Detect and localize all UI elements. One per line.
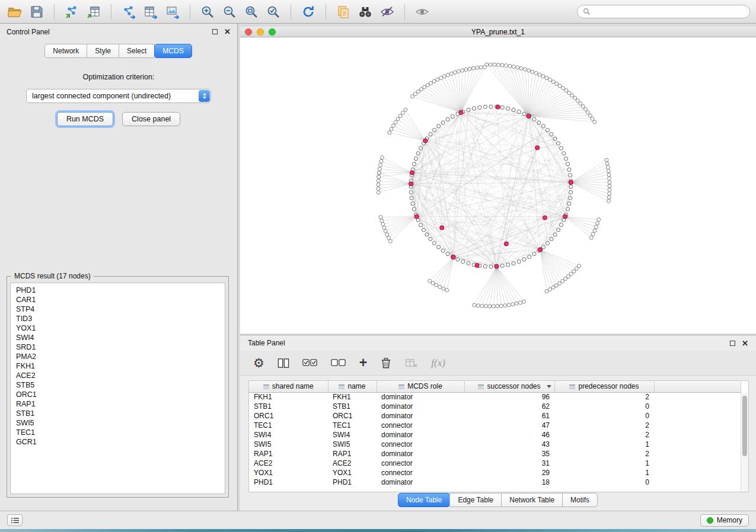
mcds-result-list[interactable]: PHD1CAR1STP4TID3YOX1SWI4SRD1PMA2FKH1ACE2… (10, 283, 225, 494)
table-cell[interactable]: 35 (464, 449, 554, 459)
table-cell[interactable]: connector (377, 468, 464, 477)
mcds-result-item[interactable]: SRD1 (11, 342, 225, 352)
mcds-result-item[interactable]: ORC1 (11, 390, 225, 399)
deselect-all-icon[interactable] (331, 358, 346, 367)
close-panel-icon[interactable]: ✕ (742, 339, 748, 347)
table-cell[interactable]: YOX1 (328, 468, 377, 477)
tab-style[interactable]: Style (87, 44, 119, 58)
network-window-titlebar[interactable]: YPA_prune.txt_1 (240, 27, 756, 37)
export-image-button[interactable] (164, 3, 181, 21)
float-panel-icon[interactable] (730, 341, 735, 346)
select-all-icon[interactable] (302, 358, 318, 367)
gear-icon[interactable]: ⚙ (253, 357, 264, 369)
table-cell[interactable]: 0 (554, 411, 654, 421)
table-cell[interactable]: FKH1 (328, 392, 377, 402)
export-table-button[interactable] (142, 3, 160, 21)
table-cell[interactable]: 2 (554, 421, 654, 430)
mcds-result-item[interactable]: RAP1 (11, 399, 225, 409)
import-table-button[interactable] (85, 3, 103, 21)
table-cell[interactable]: 46 (464, 430, 554, 440)
table-cell[interactable]: 18 (464, 477, 554, 487)
tab-mcds[interactable]: MCDS (154, 44, 192, 58)
mcds-result-item[interactable]: GCR1 (11, 437, 225, 447)
mcds-result-item[interactable]: SWI4 (11, 333, 225, 342)
table-cell[interactable]: 2 (554, 449, 654, 459)
table-row[interactable]: RAP1RAP1dominator352 (249, 449, 741, 459)
table-row[interactable]: ORC1ORC1dominator610 (249, 411, 741, 421)
network-canvas[interactable] (240, 37, 756, 334)
add-column-icon[interactable]: + (359, 356, 367, 370)
table-cell[interactable]: 43 (464, 440, 554, 449)
column-split-icon[interactable] (277, 358, 289, 368)
table-cell[interactable]: connector (377, 440, 464, 449)
table-cell[interactable]: connector (377, 421, 464, 430)
table-cell[interactable]: TEC1 (328, 421, 377, 430)
table-cell[interactable]: SWI4 (249, 430, 328, 440)
table-cell[interactable]: dominator (377, 402, 464, 411)
table-cell[interactable]: STB1 (328, 402, 377, 411)
select-neighbors-button[interactable] (378, 3, 396, 21)
mcds-result-item[interactable]: TID3 (11, 314, 225, 323)
column-header-successor-nodes[interactable]: successor nodes (464, 381, 554, 392)
import-network-button[interactable] (63, 3, 81, 21)
table-cell[interactable]: 0 (554, 477, 654, 487)
open-session-button[interactable] (6, 3, 24, 21)
table-cell[interactable]: 96 (464, 392, 554, 402)
table-cell[interactable]: 31 (464, 459, 554, 468)
tab-edge-table[interactable]: Edge Table (449, 493, 502, 507)
table-cell[interactable]: SWI5 (328, 440, 377, 449)
criterion-dropdown[interactable]: largest connected component (undirected) (26, 89, 211, 103)
search-input[interactable] (594, 8, 744, 16)
mcds-result-item[interactable]: YOX1 (11, 323, 225, 333)
table-row[interactable]: PHD1PHD1dominator180 (249, 477, 741, 487)
tab-network-table[interactable]: Network Table (501, 493, 563, 507)
tab-select[interactable]: Select (119, 44, 155, 58)
run-mcds-button[interactable]: Run MCDS (57, 112, 113, 126)
table-cell[interactable]: 1 (554, 459, 654, 468)
mcds-result-item[interactable]: SWI5 (11, 418, 225, 428)
table-cell[interactable]: 2 (554, 430, 654, 440)
table-cell[interactable]: 29 (464, 468, 554, 477)
table-cell[interactable]: 1 (554, 440, 654, 449)
table-cell[interactable]: 47 (464, 421, 554, 430)
mcds-result-item[interactable]: STB1 (11, 409, 225, 418)
column-header-mcds-role[interactable]: MCDS role (377, 381, 464, 392)
table-row[interactable]: YOX1YOX1connector291 (249, 468, 741, 477)
table-cell[interactable]: STB1 (249, 402, 328, 411)
table-cell[interactable]: 62 (464, 402, 554, 411)
table-cell[interactable]: 2 (554, 392, 654, 402)
mcds-result-item[interactable]: TEC1 (11, 428, 225, 437)
table-cell[interactable]: dominator (377, 411, 464, 421)
column-header-shared-name[interactable]: shared name (249, 381, 328, 392)
trash-icon[interactable] (380, 357, 392, 369)
table-cell[interactable]: 61 (464, 411, 554, 421)
save-session-button[interactable] (28, 3, 46, 21)
memory-button[interactable]: Memory (700, 514, 749, 527)
mcds-result-item[interactable]: PHD1 (11, 286, 225, 295)
table-cell[interactable]: 1 (554, 468, 654, 477)
mcds-result-item[interactable]: STP4 (11, 305, 225, 314)
table-cell[interactable]: RAP1 (249, 449, 328, 459)
table-cell[interactable]: SWI4 (328, 430, 377, 440)
zoom-out-button[interactable] (221, 3, 238, 21)
column-header-predecessor-nodes[interactable]: predecessor nodes (554, 381, 654, 392)
mcds-result-item[interactable]: STB5 (11, 380, 225, 390)
network-graph[interactable] (240, 37, 755, 334)
tab-node-table[interactable]: Node Table (398, 493, 451, 507)
table-cell[interactable]: ORC1 (249, 411, 328, 421)
table-cell[interactable]: TEC1 (249, 421, 328, 430)
column-header-name[interactable]: name (328, 381, 377, 392)
table-scrollbar[interactable] (741, 393, 748, 492)
mcds-result-item[interactable]: CAR1 (11, 295, 225, 305)
table-row[interactable]: ACE2ACE2connector311 (249, 459, 741, 468)
table-cell[interactable]: YOX1 (249, 468, 328, 477)
mcds-result-item[interactable]: FKH1 (11, 361, 225, 371)
tab-motifs[interactable]: Motifs (562, 493, 598, 507)
table-cell[interactable]: ACE2 (249, 459, 328, 468)
zoom-selected-button[interactable] (264, 3, 282, 21)
search-box[interactable] (577, 5, 750, 18)
table-row[interactable]: STB1STB1dominator620 (249, 402, 741, 411)
table-cell[interactable]: ACE2 (328, 459, 377, 468)
close-panel-button[interactable]: Close panel (122, 112, 180, 126)
clone-network-button[interactable] (334, 3, 352, 21)
